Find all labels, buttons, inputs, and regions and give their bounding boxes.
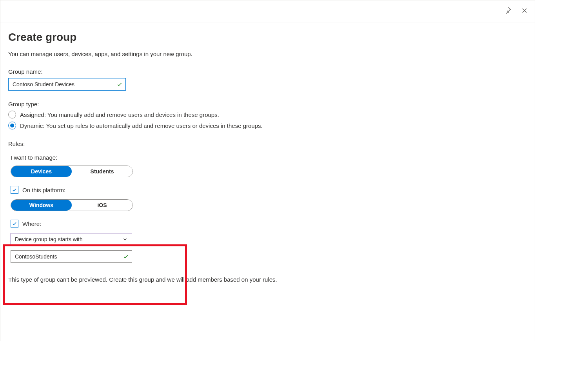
checkbox-icon	[11, 220, 18, 228]
radio-assigned[interactable]: Assigned: You manually add and remove us…	[8, 111, 527, 118]
page-title: Create group	[8, 31, 527, 44]
pin-button[interactable]	[503, 6, 514, 17]
radio-icon	[8, 122, 16, 129]
where-condition-value: Device group tag starts with	[15, 236, 83, 242]
platform-toggle: Windows iOS	[11, 199, 133, 211]
pin-icon	[505, 7, 512, 16]
platform-label: On this platform:	[22, 187, 65, 193]
checkbox-icon	[11, 186, 18, 194]
where-checkbox-row[interactable]: Where:	[11, 220, 527, 228]
group-name-label: Group name:	[8, 68, 527, 75]
checkmark-icon	[116, 81, 123, 87]
panel-content: Create group You can manage users, devic…	[0, 22, 535, 283]
chevron-down-icon	[122, 237, 128, 242]
where-value-wrap	[11, 250, 132, 263]
where-condition-dropdown[interactable]: Device group tag starts with	[11, 233, 132, 246]
manage-toggle: Devices Students	[11, 166, 133, 177]
manage-label: I want to manage:	[11, 154, 527, 161]
group-name-input[interactable]	[8, 78, 126, 91]
radio-dynamic[interactable]: Dynamic: You set up rules to automatical…	[8, 122, 527, 129]
radio-icon	[8, 111, 16, 118]
page-subtitle: You can manage users, devices, apps, and…	[8, 51, 527, 57]
close-button[interactable]	[519, 6, 530, 17]
where-label: Where:	[22, 220, 41, 227]
pill-ios[interactable]: iOS	[72, 200, 132, 211]
radio-dynamic-label: Dynamic: You set up rules to automatical…	[20, 122, 263, 129]
rules-label: Rules:	[8, 140, 527, 147]
pill-windows[interactable]: Windows	[11, 200, 72, 211]
footer-note: This type of group can't be previewed. C…	[8, 276, 527, 283]
platform-checkbox-row[interactable]: On this platform:	[11, 186, 527, 194]
close-icon	[521, 7, 528, 16]
pill-students[interactable]: Students	[72, 166, 132, 177]
create-group-panel: Create group You can manage users, devic…	[0, 0, 535, 341]
where-value-input[interactable]	[11, 250, 132, 263]
group-type-label: Group type:	[8, 101, 527, 107]
radio-assigned-label: Assigned: You manually add and remove us…	[20, 111, 219, 118]
checkmark-icon	[123, 253, 129, 260]
group-name-input-wrap	[8, 78, 126, 91]
pill-devices[interactable]: Devices	[11, 166, 72, 177]
panel-topbar	[0, 0, 535, 22]
